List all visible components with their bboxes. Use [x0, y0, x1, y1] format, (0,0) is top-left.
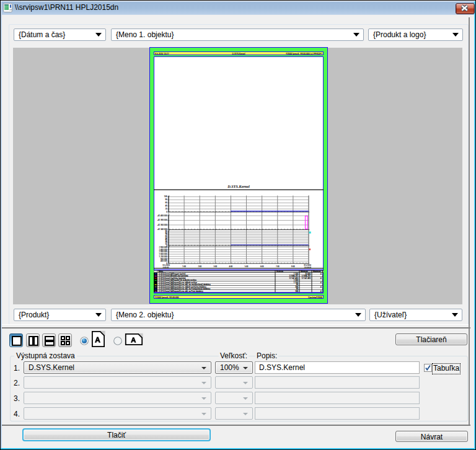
- svg-text:60: 60: [165, 201, 167, 204]
- svg-text:7:00: 7:00: [276, 265, 280, 268]
- svg-text:D.SYS.Kernel.ValRequestDy na z: D.SYS.Kernel.ValRequestDy na zákl. na Po…: [159, 290, 203, 293]
- svg-text:6:00: 6:00: [260, 265, 264, 268]
- svg-text:20: 20: [165, 208, 167, 210]
- svg-text:8.5.2010 13:27: 8.5.2010 13:27: [155, 53, 169, 55]
- svg-text:4:00: 4:00: [229, 265, 233, 268]
- svg-text:5:00: 5:00: [245, 265, 249, 268]
- svg-text:40: 40: [165, 205, 167, 207]
- svg-text:-41 360 000: -41 360 000: [157, 224, 167, 226]
- svg-text:D.SYS.Kernel: D.SYS.Kernel: [227, 184, 250, 188]
- svg-text:196: 196: [295, 290, 298, 293]
- svg-text:©2000 Ipesoft, V8.00.000 (c) I: ©2000 Ipesoft, V8.00.000 (c) IPESOFT: [286, 53, 322, 55]
- svg-text:12 147 483: 12 147 483: [302, 277, 311, 280]
- svg-text:©2000 Ipesoft, V8.00.000: ©2000 Ipesoft, V8.00.000: [155, 296, 179, 299]
- svg-text:-41 380 000: -41 380 000: [157, 219, 167, 221]
- svg-text:-41 400 000: -41 400 000: [157, 214, 167, 217]
- svg-text:D.SYS.Kernel: D.SYS.Kernel: [232, 53, 245, 55]
- svg-text:100: 100: [164, 195, 167, 198]
- svg-text:1/počet=©2000: 1/počet=©2000: [308, 296, 322, 299]
- svg-text:80: 80: [165, 198, 167, 201]
- svg-text:Hodnota: Hodnota: [276, 270, 283, 273]
- svg-text:3:00: 3:00: [213, 265, 217, 268]
- svg-text:1:00: 1:00: [182, 265, 186, 268]
- svg-text:2:00: 2:00: [198, 265, 201, 268]
- svg-text:8:00: 8:00: [291, 265, 295, 268]
